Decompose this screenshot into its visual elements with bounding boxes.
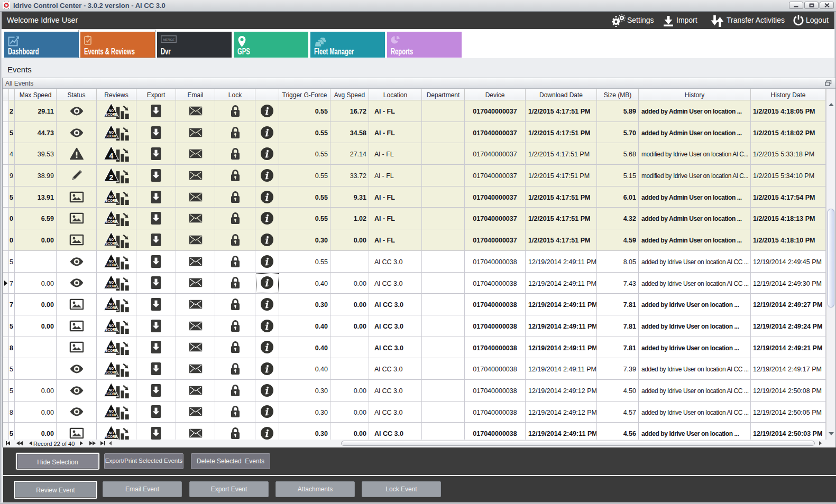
svg-text:NO: NO bbox=[109, 302, 114, 306]
svg-text:NO: NO bbox=[109, 345, 114, 349]
svg-text:NO: NO bbox=[109, 109, 114, 113]
svg-text:SCORE: SCORE bbox=[105, 134, 117, 138]
svg-text:NO: NO bbox=[109, 238, 114, 241]
svg-text:SCORE: SCORE bbox=[105, 241, 117, 245]
svg-text:SCORE: SCORE bbox=[105, 306, 117, 310]
svg-text:SCORE: SCORE bbox=[105, 220, 117, 223]
svg-text:4: 4 bbox=[109, 152, 114, 160]
svg-text:SCORE: SCORE bbox=[105, 414, 117, 417]
svg-text:SCORE: SCORE bbox=[105, 113, 117, 116]
svg-text:SCORE: SCORE bbox=[105, 435, 117, 438]
svg-text:SCORE: SCORE bbox=[105, 370, 117, 374]
svg-text:SCORE: SCORE bbox=[105, 284, 117, 288]
svg-text:SCORE: SCORE bbox=[105, 328, 117, 331]
svg-text:SCORE: SCORE bbox=[105, 349, 117, 353]
svg-text:NO: NO bbox=[109, 216, 114, 220]
svg-text:NO: NO bbox=[109, 409, 114, 413]
svg-text:SCORE: SCORE bbox=[105, 199, 117, 202]
svg-text:NO: NO bbox=[109, 130, 114, 134]
svg-text:NO: NO bbox=[109, 388, 114, 392]
svg-text:MERGE: MERGE bbox=[163, 38, 175, 41]
svg-text:NO: NO bbox=[109, 431, 114, 435]
svg-text:SCORE: SCORE bbox=[105, 392, 117, 396]
svg-text:NO: NO bbox=[109, 324, 114, 328]
svg-text:NO: NO bbox=[109, 281, 114, 284]
svg-text:NO: NO bbox=[109, 259, 114, 263]
svg-text:SCORE: SCORE bbox=[105, 263, 117, 267]
svg-text:2: 2 bbox=[109, 173, 114, 182]
svg-text:NO: NO bbox=[109, 367, 114, 370]
svg-text:NO: NO bbox=[109, 194, 114, 198]
